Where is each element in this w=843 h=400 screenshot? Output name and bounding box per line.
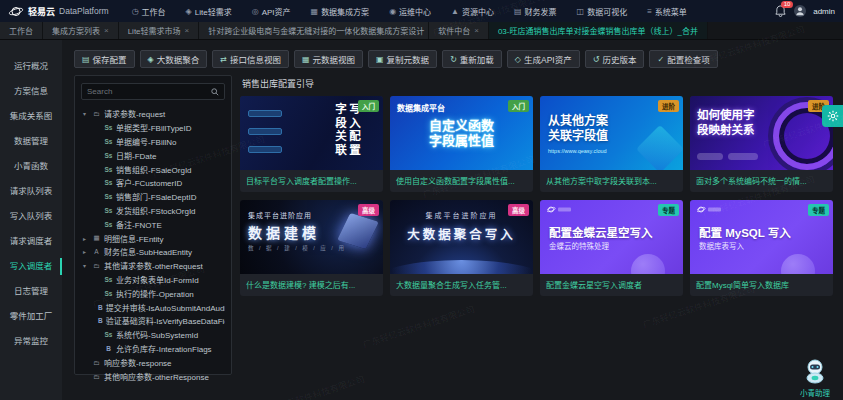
avatar[interactable] [794,5,806,17]
guide-card-4[interactable]: 高级集成平台进阶应用数据建模数 / 据 / 建 / 模 / 应 / 用什么是数据… [240,200,383,296]
nav-item-label: 数据可视化 [587,6,627,17]
toolbar-button-6[interactable]: ◇生成API资产 [507,50,580,68]
brand-logo[interactable]: 轻易云 DataPlatform [8,5,109,18]
sidebar-item-3[interactable]: 数据管理 [0,129,62,154]
card-caption: 面对多个系统编码不统一的情... [690,170,833,192]
tree-node-17[interactable]: B允许负库存-InterationFlags [81,342,225,356]
search-input[interactable] [87,87,211,96]
nav-item-7[interactable]: ◫数据可视化 [568,0,637,22]
sidebar-item-2[interactable]: 集成关系图 [0,104,62,129]
level-badge: 进阶 [658,100,679,112]
toolbar-button-8[interactable]: ✓配置检查项 [649,50,717,68]
guide-card-0[interactable]: 入门写入配置字段关联目标平台写入调度者配置操作... [240,96,383,192]
sidebar-item-4[interactable]: 小青函数 [0,154,62,179]
tree-node-15[interactable]: B验证基础资料-IsVerifyBaseDataField [81,314,225,328]
nav-item-5[interactable]: ▲资源中心 [442,0,503,22]
folder-icon: 🗀 [92,373,101,380]
card-thumbnail: 专题配置金蝶云星空写入金蝶云的特殊处理 [540,200,683,274]
tab-4[interactable]: 软件中台× [429,22,489,39]
tab-0[interactable]: 工作台 [0,22,43,39]
nav-item-8[interactable]: ≡系统菜单 [638,0,696,22]
card-subtitle: 金蝶云的特殊处理 [549,240,609,251]
nav-item-4[interactable]: ◉运维中心 [380,0,440,22]
guide-card-1[interactable]: 入门数据集成平台自定义函数字段属性值使用自定义函数配置字段属性值... [390,96,533,192]
tab-2[interactable]: Lite轻需求市场× [119,22,200,39]
tree-expand-icon[interactable]: ▸ [83,235,89,242]
brand-name: 轻易云 [28,5,55,18]
card-title: 从其他方案关联字段值 [548,114,608,144]
nav-item-1[interactable]: ◈Lite轻需求 [177,0,241,22]
sidebar-item-5[interactable]: 请求队列表 [0,179,62,204]
toolbar-button-4[interactable]: ▣复制元数据 [368,50,437,68]
sidebar-item-9[interactable]: 日志管理 [0,279,62,304]
toolbar-button-3[interactable]: ▦元数据视图 [294,50,363,68]
tree-node-label: 财务信息-SubHeadEntity [104,246,192,257]
nav-item-6[interactable]: ▤财务发票 [505,0,566,22]
tree-node-9[interactable]: ▸▦明细信息-FEntity [81,231,225,245]
toolbar-button-2[interactable]: ⇄接口信息视图 [212,50,289,68]
tree-node-label: 客户-FCustomerID [116,177,182,188]
sidebar-item-8[interactable]: 写入调度者 [0,254,62,279]
tree-node-8[interactable]: Ss备注-FNOTE [81,217,225,231]
tree-node-5[interactable]: Ss客户-FCustomerID [81,176,225,190]
sidebar-item-1[interactable]: 方案信息 [0,79,62,104]
username[interactable]: admin [813,7,835,16]
guide-card-3[interactable]: 进阶如何使用字段映射关系面对多个系统编码不统一的情... [690,96,833,192]
nav-item-0[interactable]: ◷工作台 [123,0,175,22]
guide-card-2[interactable]: 进阶从其他方案关联字段值https://www.qeasy.cloud从其他方案… [540,96,683,192]
string-icon: Ss [104,166,113,173]
decor-pill [248,110,282,117]
tree-node-7[interactable]: Ss发货组织-FStockOrgId [81,204,225,218]
sidebar-item-10[interactable]: 零件加工厂 [0,304,62,329]
sidebar-item-11[interactable]: 异常监控 [0,329,62,354]
nav-item-2[interactable]: ◎API资产 [243,0,300,22]
planet-logo-icon [8,5,24,18]
tree-node-18[interactable]: 🗀响应参数-response [81,355,225,369]
tree-node-12[interactable]: Ss业务对象表单Id-FormId [81,273,225,287]
tree-node-2[interactable]: Ss单据编号-FBillNo [81,135,225,149]
tree-node-19[interactable]: 🗀其他响应参数-otherResponse [81,369,225,383]
tree-expand-icon[interactable]: ▾ [83,262,89,269]
tree-expand-icon[interactable]: ▾ [83,110,89,117]
tree-node-11[interactable]: ▾🗀其他请求参数-otherRequest [81,259,225,273]
toolbar-button-5[interactable]: ↻重新加载 [442,50,502,68]
tree-node-3[interactable]: Ss日期-FDate [81,148,225,162]
tree-node-13[interactable]: Ss执行的操作-Operation [81,286,225,300]
tab-5[interactable]: 03-旺店通销售出库单对接金蝶销售出库单（线上）_合并 [489,22,708,39]
settings-fab[interactable] [822,105,843,127]
nav-item-3[interactable]: ▦数据集成方案 [302,0,379,22]
tab-1[interactable]: 集成方案列表× [43,22,119,39]
tab-3[interactable]: 针对跨企业级电商与金蝶无缝对接的一体化数据集成方案设计× [199,22,429,39]
sidebar-item-7[interactable]: 请求调度者 [0,229,62,254]
tree-node-1[interactable]: Ss单据类型-FBillTypeID [81,121,225,135]
sidebar-item-6[interactable]: 写入队列表 [0,204,62,229]
sidebar-item-0[interactable]: 运行概况 [0,54,62,79]
tree-node-4[interactable]: Ss销售组织-FSaleOrgId [81,162,225,176]
tab-close-icon[interactable]: × [104,26,109,35]
tab-close-icon[interactable]: × [474,26,479,35]
tree-node-0[interactable]: ▾🗀请求参数-request [81,107,225,121]
guide-card-7[interactable]: 专题配置 MySQL 写入数据库表写入配置Mysql简单写入数据库 [690,200,833,296]
left-sidebar: 运行概况方案信息集成关系图数据管理小青函数请求队列表写入队列表请求调度者写入调度… [0,40,62,400]
assistant-mascot[interactable]: 小青助理 [793,358,837,398]
guide-card-5[interactable]: 高级集成平台进阶应用大数据聚合写入大数据量聚合生成写入任务管... [390,200,533,296]
search-icon[interactable] [211,88,219,96]
notification-badge: 10 [781,1,793,8]
tree-node-6[interactable]: Ss销售部门-FSaleDeptID [81,190,225,204]
toolbar-button-0[interactable]: ▤保存配置 [74,50,135,68]
string-icon: Ss [104,193,113,200]
tree-node-label: 明细信息-FEntity [104,233,164,244]
level-badge: 入门 [358,100,379,112]
toolbar-button-7[interactable]: ↺历史版本 [585,50,645,68]
notifications-button[interactable]: 10 [775,5,787,17]
toolbar-button-1[interactable]: ◈大数据聚合 [140,50,208,68]
tree-node-10[interactable]: ▸A财务信息-SubHeadEntity [81,245,225,259]
tree-expand-icon[interactable]: ▸ [83,248,89,255]
tree-node-14[interactable]: B提交并审核-IsAutoSubmitAndAudit [81,300,225,314]
tab-close-icon[interactable]: × [185,26,190,35]
toolbar-button-label: 大数据聚合 [157,53,200,65]
tab-bar: 工作台集成方案列表×Lite轻需求市场×针对跨企业级电商与金蝶无缝对接的一体化数… [0,22,843,40]
guide-card-6[interactable]: 专题配置金蝶云星空写入金蝶云的特殊处理配置金蝶云星空写入调度者 [540,200,683,296]
tree-node-16[interactable]: Ss系统代码-SubSystemId [81,328,225,342]
card-caption: 从其他方案中取字段关联到本... [540,170,683,192]
